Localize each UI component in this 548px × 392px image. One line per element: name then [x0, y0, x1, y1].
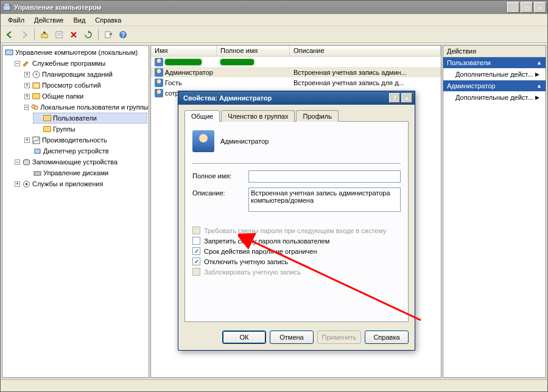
properties-button[interactable] — [52, 28, 66, 41]
user-big-icon — [192, 130, 214, 152]
actions-section-users[interactable]: Пользователи ▲ — [443, 57, 546, 68]
menubar: Файл Действие Вид Справка — [1, 14, 547, 26]
tabpanel-general: Администратор Полное имя: Описание: Треб… — [184, 121, 409, 322]
expander-minus-icon[interactable]: − — [24, 105, 29, 110]
menu-view[interactable]: Вид — [68, 15, 90, 25]
restore-button[interactable]: ❐ — [521, 2, 533, 13]
svg-rect-1 — [4, 4, 9, 5]
list-row[interactable]: АдминистраторВстроенная учетная запись а… — [151, 67, 441, 77]
up-button[interactable] — [38, 28, 51, 41]
fullname-label: Полное имя: — [192, 170, 248, 180]
refresh-button[interactable] — [82, 28, 95, 41]
actions-section-label: Пользователи — [447, 59, 491, 66]
folder-icon — [43, 125, 51, 133]
menu-action[interactable]: Действие — [29, 15, 68, 25]
tree-label: Просмотр событий — [42, 80, 101, 90]
cell-name: Администратор — [165, 69, 213, 76]
dialog-help-button[interactable]: ? — [389, 93, 400, 103]
tree-users[interactable]: Пользователи — [33, 113, 147, 124]
actions-pane: Действия Пользователи ▲ Дополнительные д… — [443, 45, 546, 378]
device-icon — [33, 147, 41, 155]
col-desc[interactable]: Описание — [290, 46, 441, 56]
user-icon — [155, 89, 163, 97]
minimize-button[interactable]: _ — [507, 2, 519, 13]
tree-root[interactable]: Управление компьютером (локальным) — [4, 47, 147, 58]
shared-folder-icon — [32, 92, 40, 100]
tree-local-users-groups[interactable]: −Локальные пользователи и группы — [23, 102, 147, 113]
chk-label: Заблокировать учетную запись — [204, 268, 301, 276]
tree-label: Управление дисками — [43, 168, 108, 178]
forward-button[interactable] — [18, 28, 31, 41]
list-row[interactable]: ГостьВстроенная учетная запись для д... — [151, 77, 441, 88]
expander-minus-icon[interactable]: − — [15, 61, 20, 66]
svg-rect-2 — [41, 34, 47, 38]
tab-membership[interactable]: Членство в группах — [221, 110, 295, 122]
users-icon — [30, 103, 38, 111]
main-window: Управление компьютером _ ❐ ✕ Файл Действ… — [0, 0, 548, 392]
tree-label: Служебные программы — [32, 58, 105, 68]
back-button[interactable] — [3, 28, 16, 41]
titlebar[interactable]: Управление компьютером _ ❐ ✕ — [1, 1, 547, 14]
col-name[interactable]: Имя — [151, 46, 217, 56]
tab-general[interactable]: Общие — [184, 110, 220, 122]
description-input[interactable] — [248, 187, 401, 212]
list-header: Имя Полное имя Описание — [151, 46, 441, 57]
delete-button[interactable] — [67, 28, 80, 41]
storage-icon — [22, 158, 30, 166]
export-button[interactable] — [102, 28, 115, 41]
checkbox-icon[interactable] — [192, 237, 200, 245]
expander-plus-icon[interactable]: + — [24, 138, 30, 143]
tree-label: Локальные пользователи и группы — [40, 102, 148, 112]
fullname-input[interactable] — [248, 170, 401, 183]
tree-label: Диспетчер устройств — [43, 146, 109, 156]
cancel-button[interactable]: Отмена — [270, 331, 314, 344]
svg-point-13 — [34, 106, 38, 110]
app-icon — [2, 2, 12, 12]
chk-disable-account-row[interactable]: ✓ Отключить учетную запись — [192, 257, 401, 265]
menu-help[interactable]: Справка — [90, 15, 126, 25]
tree-task-scheduler[interactable]: +Планировщик заданий — [23, 69, 147, 80]
tree-shared-folders[interactable]: +Общие папки — [23, 91, 147, 102]
tree-services-apps[interactable]: +Службы и приложения — [13, 178, 147, 189]
ok-button[interactable]: ОК — [222, 331, 266, 344]
chk-never-expires-row[interactable]: ✓ Срок действия пароля не ограничен — [192, 247, 401, 255]
expander-minus-icon[interactable]: − — [15, 159, 20, 165]
svg-rect-11 — [33, 83, 40, 88]
help-button[interactable]: Справка — [365, 331, 409, 344]
checkbox-checked-icon[interactable]: ✓ — [192, 257, 200, 265]
list-row[interactable] — [151, 57, 441, 67]
expander-plus-icon[interactable]: + — [15, 181, 20, 187]
dialog-close-button[interactable]: ✕ — [401, 93, 412, 103]
actions-title: Действия — [443, 46, 546, 57]
tree-groups[interactable]: Группы — [33, 124, 147, 135]
dialog-titlebar[interactable]: Свойства: Администратор ? ✕ — [178, 91, 415, 105]
svg-rect-6 — [105, 32, 110, 38]
menu-file[interactable]: Файл — [3, 15, 29, 25]
properties-dialog[interactable]: Свойства: Администратор ? ✕ Общие Членст… — [178, 91, 415, 351]
actions-more-users[interactable]: Дополнительные дейст... ▶ — [443, 68, 546, 80]
tree-device-manager[interactable]: Диспетчер устройств — [23, 145, 147, 156]
tab-profile[interactable]: Профиль — [296, 110, 339, 122]
expander-plus-icon[interactable]: + — [24, 94, 30, 99]
tree-pane[interactable]: Управление компьютером (локальным) − Слу… — [2, 45, 149, 378]
expander-plus-icon[interactable]: + — [24, 83, 30, 88]
tree-event-viewer[interactable]: +Просмотр событий — [23, 80, 147, 91]
window-title: Управление компьютером — [14, 4, 507, 11]
tree-label: Планировщик заданий — [42, 69, 113, 79]
chk-cannot-change-row[interactable]: Запретить смену пароля пользователем — [192, 237, 401, 245]
expander-plus-icon[interactable]: + — [24, 72, 30, 77]
actions-more-admin[interactable]: Дополнительные дейст... ▶ — [443, 91, 546, 103]
checkbox-checked-icon[interactable]: ✓ — [192, 247, 200, 255]
cell-desc: Встроенная учетная запись админ... — [290, 68, 441, 77]
help-button[interactable]: ? — [116, 28, 130, 41]
tree-performance[interactable]: +Производительность — [23, 135, 147, 145]
col-fullname[interactable]: Полное имя — [217, 46, 290, 56]
tree-label: Службы и приложения — [32, 179, 103, 189]
tree-disk-mgmt[interactable]: Управление дисками — [23, 167, 147, 178]
actions-section-admin[interactable]: Администратор ▲ — [443, 80, 546, 91]
chevron-up-icon: ▲ — [536, 60, 542, 66]
apply-button[interactable]: Применить — [317, 331, 361, 344]
tree-storage[interactable]: −Запоминающие устройства — [13, 156, 147, 167]
close-button[interactable]: ✕ — [534, 2, 546, 13]
tree-system-tools[interactable]: − Служебные программы — [13, 58, 147, 69]
